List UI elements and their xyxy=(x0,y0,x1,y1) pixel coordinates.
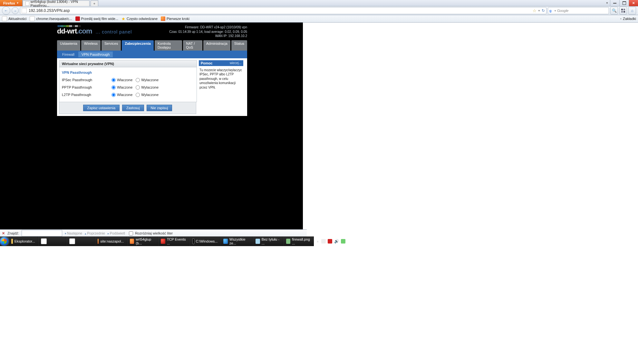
dashboard-button[interactable] xyxy=(619,7,627,14)
firefox-menu-button[interactable]: Firefox ▼ xyxy=(0,0,23,6)
main-tab-status[interactable]: Status xyxy=(231,40,247,51)
pg-icon xyxy=(41,238,47,244)
cmd-icon xyxy=(192,238,194,244)
tray-overflow-button[interactable]: ▲ xyxy=(316,240,319,243)
reload-icon[interactable]: ↻ xyxy=(542,8,545,13)
main-tab-zabezpieczenia[interactable]: Zabezpieczenia xyxy=(122,40,154,51)
sub-tab-vpn-passthrough[interactable]: VPN Passthrough xyxy=(78,52,113,57)
forward-button[interactable]: → xyxy=(12,7,19,14)
taskbar-item[interactable]: C:\Windows... xyxy=(189,236,221,246)
section-title: VPN Passthrough xyxy=(62,69,194,76)
radio-enable-input[interactable] xyxy=(111,78,116,82)
search-engine-dropdown-icon[interactable]: ▾ xyxy=(555,9,556,12)
bookmark-item[interactable]: Aktualności xyxy=(2,16,26,21)
findbar-matchcase[interactable]: Rozróżniaj wielkość liter xyxy=(128,230,173,236)
radio-disable-input[interactable] xyxy=(136,93,140,97)
network-tray-icon[interactable] xyxy=(321,239,326,244)
setting-label: PPTP Passthrough xyxy=(62,85,111,89)
radio-disable[interactable]: Wylaczone xyxy=(136,78,159,82)
findbar-prev-button[interactable]: ▴Poprzednie xyxy=(85,231,105,235)
taskbar-item[interactable] xyxy=(66,236,95,246)
window-maximize-button[interactable] xyxy=(619,0,629,6)
antivirus-tray-icon[interactable] xyxy=(328,239,332,244)
start-button[interactable] xyxy=(0,236,8,246)
op-icon xyxy=(161,239,165,244)
taskbar-item[interactable]: Eksplorator... xyxy=(8,236,38,246)
arrow-up-icon: ▴ xyxy=(85,232,86,235)
radio-enable-input[interactable] xyxy=(111,93,116,97)
radio-enable[interactable]: Wlaczone xyxy=(111,85,132,90)
router-header: dd-wrt.com ... control panel Firmware: D… xyxy=(57,25,247,38)
setting-label: L2TP Passthrough xyxy=(62,93,111,97)
taskbar-item[interactable]: wrt54glup (b... xyxy=(127,236,158,246)
findbar-close-button[interactable]: ✕ xyxy=(2,231,5,235)
main-tab-ustawienia[interactable]: Ustawienia xyxy=(57,40,80,51)
browser-tab[interactable]: wrt54glup (build 13064) - VPN Passthrou.… xyxy=(23,0,90,6)
panel-title: Wirtualne sieci prywatne (VPN) xyxy=(59,61,197,67)
taskbar-item-label: firewall.png ... xyxy=(292,237,311,245)
url-input[interactable] xyxy=(28,8,531,13)
taskbar-item[interactable]: Wszystkie ze... xyxy=(220,236,253,246)
help-body: Tu mozecie wlaczyc/wylaczyc IPSec, PPTP … xyxy=(199,66,243,92)
findbar-label: Znajdź: xyxy=(7,231,19,235)
taskbar-item-label: site:naszapol... xyxy=(100,239,124,243)
search-go-button[interactable]: 🔍 xyxy=(610,7,618,14)
site-identity-icon[interactable] xyxy=(22,8,27,13)
findbar-input[interactable] xyxy=(22,230,62,236)
bookmark-item[interactable]: Pierwsze kroki xyxy=(161,16,189,21)
router-status: Firmware: DD-WRT v24-sp2 (10/10/09) vpn … xyxy=(169,25,247,38)
radio-disable[interactable]: Wylaczone xyxy=(136,93,159,97)
form-row: IPSec PassthroughWlaczoneWylaczone xyxy=(62,76,194,84)
history-dropdown-icon[interactable]: ▼ xyxy=(538,9,540,12)
taskbar-item[interactable] xyxy=(38,236,66,246)
bookmark-label: Aktualności xyxy=(8,17,26,21)
radio-disable-input[interactable] xyxy=(136,78,140,82)
sub-tab-firewall[interactable]: Firewall xyxy=(59,52,78,57)
taskbar-item[interactable]: Bez tytułu - ... xyxy=(253,236,283,246)
cancel-button[interactable]: Nie zapisuj xyxy=(147,105,172,111)
save-button[interactable]: Zapisz ustawienia xyxy=(83,105,120,111)
radio-enable[interactable]: Wlaczone xyxy=(111,93,132,97)
window-close-button[interactable]: ✕ xyxy=(629,0,638,6)
uptime-line: Czas: 01:14:39 up 1:14, load average: 0.… xyxy=(169,30,247,34)
taskbar-item[interactable]: TCP Events ... xyxy=(158,236,189,246)
radio-disable[interactable]: Wylaczone xyxy=(136,85,159,90)
main-tab-nat-qos[interactable]: NAT / QoS xyxy=(183,40,202,51)
bookmark-item[interactable]: chrome://seoquake/c... xyxy=(30,16,72,21)
main-tab-wireless[interactable]: Wireless xyxy=(81,40,101,51)
bookmark-item[interactable]: ★Często odwiedzane xyxy=(121,16,158,21)
help-more-link[interactable]: wiecej... xyxy=(230,61,241,65)
back-button[interactable]: ← xyxy=(2,6,10,15)
radio-enable-input[interactable] xyxy=(111,85,116,90)
bookmarks-menu-button[interactable]: »Zakładki xyxy=(620,17,636,21)
svg-rect-2 xyxy=(621,11,623,13)
matchcase-checkbox[interactable] xyxy=(129,231,133,235)
volume-tray-icon[interactable]: 🔊 xyxy=(334,239,339,244)
findbar-highlight-button[interactable]: ▸Podświetl xyxy=(108,231,125,235)
radio-disable-input[interactable] xyxy=(136,85,140,90)
search-field[interactable]: g▾ Google xyxy=(548,7,609,14)
main-tab-services[interactable]: Services xyxy=(102,40,121,51)
router-body: Wirtualne sieci prywatne (VPN) VPN Passt… xyxy=(57,58,247,116)
bookmark-label: Pierwsze kroki xyxy=(167,17,189,21)
device-tray-icon[interactable] xyxy=(341,239,345,244)
bookmark-star-icon[interactable]: ☆ xyxy=(533,8,536,13)
bookmarks-menu-label: Zakładki xyxy=(623,17,636,21)
home-button[interactable]: ⌂ xyxy=(628,7,636,14)
bookmark-item[interactable]: Prześlij swój film wide... xyxy=(75,16,119,21)
window-minimize-button[interactable] xyxy=(610,0,619,6)
url-field[interactable]: ☆ ▼ ↻ xyxy=(20,7,546,14)
help-panel: Pomoc wiecej... Tu mozecie wlaczyc/wylac… xyxy=(199,60,243,114)
taskbar-item[interactable]: firewall.png ... xyxy=(283,236,314,246)
new-tab-button[interactable]: + xyxy=(91,0,98,6)
setting-label: IPSec Passthrough xyxy=(62,78,111,82)
findbar-next-button[interactable]: ▾Następne xyxy=(65,231,82,235)
apply-button[interactable]: Zastosuj xyxy=(122,105,144,111)
taskbar-clock[interactable]: 14:42 xyxy=(347,239,359,243)
main-tab-administracja[interactable]: Administracja xyxy=(203,40,230,51)
taskbar-item[interactable]: site:naszapol... xyxy=(95,236,127,246)
main-tab-kontrola-dost-pu[interactable]: Kontrola Dostępu xyxy=(155,40,182,51)
radio-enable[interactable]: Wlaczone xyxy=(111,78,132,82)
tab-overflow-dropdown[interactable]: ▼ xyxy=(604,0,610,6)
img-icon xyxy=(286,239,291,244)
